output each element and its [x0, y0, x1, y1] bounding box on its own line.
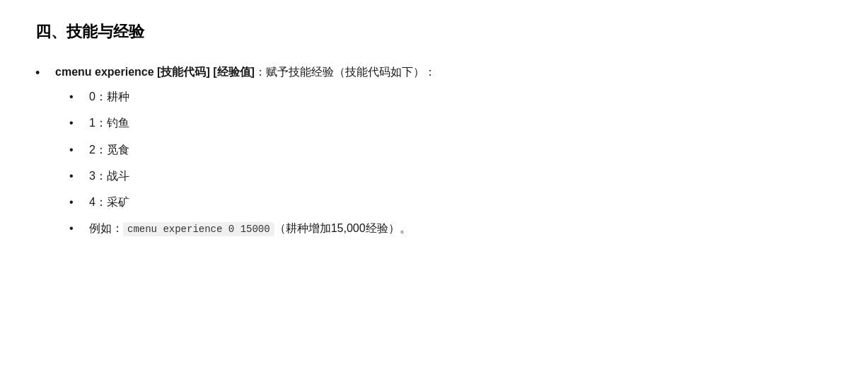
list-item: • 0：耕种	[69, 87, 833, 106]
inner-content: 0：耕种	[89, 87, 833, 106]
list-item: • 2：觅食	[69, 140, 833, 159]
inner-content: 3：战斗	[89, 166, 833, 185]
inner-bullet: •	[69, 140, 83, 159]
inner-content: 2：觅食	[89, 140, 833, 159]
list-item-example: • 例如：cmenu experience 0 15000（耕种增加15,000…	[69, 219, 833, 238]
code-example: cmenu experience 0 15000	[123, 222, 274, 236]
outer-list-item: • cmenu experience [技能代码] [经验值]：赋予技能经验（技…	[35, 62, 833, 245]
example-content: 例如：cmenu experience 0 15000（耕种增加15,000经验…	[89, 219, 833, 238]
inner-bullet: •	[69, 166, 83, 185]
outer-bullet: •	[35, 62, 50, 84]
list-item: • 3：战斗	[69, 166, 833, 185]
command-bold: cmenu experience [技能代码] [经验值]	[55, 66, 255, 78]
outer-item-text: cmenu experience [技能代码] [经验值]：赋予技能经验（技能代…	[55, 66, 436, 78]
inner-bullet: •	[69, 219, 83, 238]
inner-bullet: •	[69, 192, 83, 212]
inner-content: 1：钓鱼	[89, 113, 833, 132]
list-item: • 1：钓鱼	[69, 113, 833, 132]
outer-list: • cmenu experience [技能代码] [经验值]：赋予技能经验（技…	[35, 62, 833, 245]
section-title: 四、技能与经验	[35, 21, 833, 42]
list-item: • 4：采矿	[69, 192, 833, 212]
inner-list: • 0：耕种 • 1：钓鱼 • 2：觅食 • 3：战斗 • 4：采矿	[69, 87, 833, 238]
inner-bullet: •	[69, 113, 83, 132]
inner-content: 4：采矿	[89, 192, 833, 212]
outer-content: cmenu experience [技能代码] [经验值]：赋予技能经验（技能代…	[55, 62, 833, 245]
inner-bullet: •	[69, 87, 83, 106]
